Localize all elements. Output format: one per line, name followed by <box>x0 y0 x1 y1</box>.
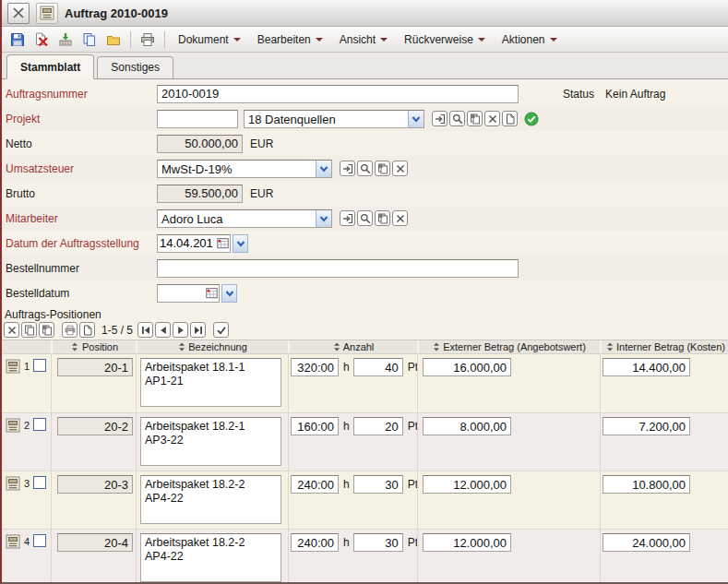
pt-input[interactable] <box>353 475 403 494</box>
bezeichnung-textarea[interactable]: Arbeitspaket 18.2-2 AP4-22 <box>140 475 281 524</box>
paste-button[interactable] <box>375 210 390 226</box>
search-button[interactable] <box>357 161 373 176</box>
search-button[interactable] <box>357 210 373 226</box>
position-input <box>57 358 133 376</box>
row-checkbox[interactable] <box>33 418 46 431</box>
calendar-icon[interactable] <box>204 287 219 299</box>
externer-betrag-input[interactable] <box>423 417 511 435</box>
last-page-button[interactable] <box>190 322 206 338</box>
clear-button[interactable] <box>392 210 408 226</box>
positions-delete-button[interactable] <box>4 322 19 338</box>
menu-ansicht[interactable]: Ansicht <box>332 30 395 49</box>
header-anzahl[interactable]: Anzahl <box>288 340 417 353</box>
chevron-down-icon[interactable] <box>316 210 331 227</box>
row-checkbox[interactable] <box>33 476 46 489</box>
search-button[interactable] <box>449 111 465 126</box>
positions-print-button[interactable] <box>62 322 78 338</box>
search-icon <box>360 213 371 224</box>
datum-input[interactable] <box>158 236 215 250</box>
apply-selection-button[interactable] <box>213 322 229 338</box>
sort-icon[interactable] <box>433 342 440 352</box>
copy-icon <box>24 325 35 336</box>
close-button[interactable] <box>7 3 30 24</box>
menu-rueckverweise[interactable]: Rückverweise <box>397 30 493 49</box>
interner-betrag-input[interactable] <box>603 475 690 494</box>
header-rowselect <box>2 340 51 353</box>
positions-new-button[interactable] <box>79 322 95 338</box>
stunden-input[interactable] <box>291 358 339 376</box>
record-icon[interactable] <box>6 359 20 374</box>
sort-icon[interactable] <box>606 342 614 352</box>
menu-bearbeiten[interactable]: Bearbeiten <box>250 30 330 49</box>
mitarbeiter-dropdown[interactable]: Adoro Luca <box>157 209 332 228</box>
goto-record-button[interactable] <box>340 161 355 176</box>
open-folder-button[interactable] <box>102 30 125 50</box>
pt-input[interactable] <box>353 533 403 552</box>
stunden-input[interactable] <box>291 533 339 552</box>
save-button[interactable] <box>6 30 29 50</box>
tab-sonstiges[interactable]: Sonstiges <box>97 56 173 78</box>
pt-input[interactable] <box>353 358 403 376</box>
projekt-selected-value: 18 Datenquellen <box>245 111 408 127</box>
next-page-button[interactable] <box>173 322 188 338</box>
paste-icon <box>42 325 53 336</box>
interner-betrag-input[interactable] <box>603 533 690 552</box>
netto-input <box>157 135 243 153</box>
goto-record-button[interactable] <box>340 210 355 226</box>
datum-dropdown-button[interactable] <box>233 234 248 253</box>
externer-betrag-input[interactable] <box>423 358 511 376</box>
stunden-input[interactable] <box>291 475 339 494</box>
record-icon[interactable] <box>6 534 20 549</box>
chevron-down-icon[interactable] <box>316 161 331 177</box>
sort-icon[interactable] <box>333 342 340 352</box>
projekt-dropdown[interactable]: 18 Datenquellen <box>244 110 424 128</box>
datum-field[interactable] <box>157 234 231 253</box>
header-interner-betrag[interactable]: Interner Betrag (Kosten) <box>600 340 728 353</box>
sort-icon[interactable] <box>70 342 79 352</box>
print-button[interactable] <box>137 30 159 50</box>
stunden-input[interactable] <box>291 417 339 435</box>
bestelldatum-dropdown-button[interactable] <box>221 284 237 303</box>
positions-paste-button[interactable] <box>39 322 54 338</box>
positions-heading: Auftrags-Positionen <box>2 305 728 321</box>
menu-dokument[interactable]: Dokument <box>171 30 248 49</box>
prev-page-button[interactable] <box>155 322 171 338</box>
projekt-code-input[interactable] <box>157 110 238 128</box>
auftragsnummer-input[interactable] <box>157 85 519 103</box>
umsatzsteuer-dropdown[interactable]: MwSt-D-19% <box>157 160 332 178</box>
sort-icon[interactable] <box>178 342 185 352</box>
interner-betrag-input[interactable] <box>603 358 690 376</box>
externer-betrag-input[interactable] <box>423 533 511 552</box>
interner-betrag-input[interactable] <box>603 417 690 435</box>
import-button[interactable] <box>54 30 77 50</box>
chevron-down-icon[interactable] <box>408 111 424 127</box>
header-position[interactable]: Position <box>51 340 136 353</box>
bezeichnung-textarea[interactable]: Arbeitspaket 18.1-1 AP1-21 <box>140 358 281 407</box>
externer-betrag-input[interactable] <box>423 475 511 494</box>
first-page-button[interactable] <box>137 322 153 338</box>
bezeichnung-textarea[interactable]: Arbeitspaket 18.2-1 AP3-22 <box>140 417 281 466</box>
menu-aktionen[interactable]: Aktionen <box>495 30 565 49</box>
delete-button[interactable] <box>30 30 53 50</box>
clear-button[interactable] <box>392 161 408 176</box>
header-bezeichnung[interactable]: Bezeichnung <box>136 340 288 353</box>
bezeichnung-textarea[interactable]: Arbeitspaket 18.2-2 AP4-22 <box>140 533 281 582</box>
paste-button[interactable] <box>467 111 483 126</box>
row-checkbox[interactable] <box>33 359 46 372</box>
goto-record-button[interactable] <box>432 111 448 126</box>
copy-button[interactable] <box>78 30 101 50</box>
bestelldatum-field[interactable] <box>157 284 220 303</box>
positions-copy-button[interactable] <box>21 322 37 338</box>
record-icon[interactable] <box>6 476 20 491</box>
pt-input[interactable] <box>353 417 403 435</box>
bestelldatum-input[interactable] <box>158 286 204 300</box>
header-externer-betrag[interactable]: Externer Betrag (Angebotswert) <box>417 340 600 353</box>
paste-button[interactable] <box>375 161 390 176</box>
record-icon[interactable] <box>6 418 20 433</box>
bestellnummer-input[interactable] <box>157 259 519 278</box>
clear-button[interactable] <box>484 111 500 126</box>
new-record-button[interactable] <box>502 111 518 126</box>
row-checkbox[interactable] <box>33 534 46 547</box>
calendar-icon[interactable] <box>215 237 230 249</box>
tab-stammblatt[interactable]: Stammblatt <box>6 54 94 79</box>
